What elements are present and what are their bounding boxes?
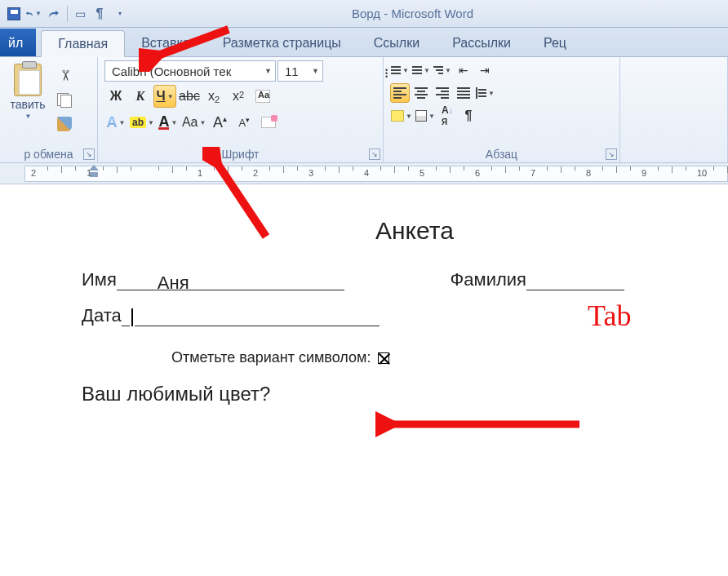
bold-button[interactable]: Ж (104, 85, 127, 108)
tab-mailings[interactable]: Рассылки (436, 29, 527, 56)
group-font: Calibri (Основной тек▼ 11▼ Ж К Ч▼ abc x2… (98, 57, 384, 162)
redo-button[interactable] (44, 5, 62, 23)
strike-button[interactable]: abc (178, 85, 201, 108)
ruler-number: 10 (697, 168, 707, 178)
increase-indent-icon: ⇥ (480, 64, 490, 77)
cut-button[interactable]: ✂ (54, 65, 75, 85)
annotation-tab-label: Tab (588, 299, 631, 333)
pilcrow-icon: ¶ (464, 109, 472, 123)
ruler-number: 6 (475, 168, 480, 178)
date-label: Дата (82, 305, 122, 326)
group-label-clipboard: р обмена (7, 146, 91, 161)
save-button[interactable] (5, 5, 23, 23)
superscript-icon: x2 (233, 89, 244, 104)
align-left-button[interactable] (390, 83, 410, 103)
tab-review[interactable]: Рец (527, 29, 583, 56)
subscript-icon: x2 (208, 89, 220, 104)
chevron-down-icon: ▼ (312, 67, 319, 75)
question-text: Ваш любимый цвет? (82, 383, 728, 405)
increase-indent-button[interactable]: ⇥ (475, 60, 495, 80)
font-name-combo[interactable]: Calibri (Основной тек▼ (104, 60, 276, 82)
change-case-dropdown[interactable]: Aa▼ (181, 111, 207, 134)
qat-unknown-button[interactable]: ▭ (71, 5, 89, 23)
highlight-button[interactable]: ab▼ (129, 111, 155, 134)
shrink-font-button[interactable]: A▾ (233, 111, 255, 134)
text-cursor (131, 308, 133, 326)
sort-button[interactable]: А↓Я (437, 106, 457, 126)
align-right-button[interactable] (433, 83, 452, 103)
save-icon (7, 7, 20, 20)
grow-font-button[interactable]: A▴ (208, 111, 231, 134)
text-effects-button[interactable]: A▼ (104, 111, 127, 134)
show-hide-button[interactable]: ¶ (459, 106, 478, 126)
align-left-icon (393, 87, 406, 99)
borders-icon (415, 110, 427, 122)
font-color-button[interactable]: A▼ (157, 111, 180, 134)
font-launcher[interactable]: ↘ (369, 148, 380, 160)
case-icon: Aa (255, 90, 270, 103)
document-area[interactable]: Анкета Имя Аня Фамилия Дата Отметьте вар… (0, 184, 728, 405)
chevron-down-icon: ▼ (25, 113, 32, 120)
annotation-arrow-tab-key (375, 408, 588, 441)
justify-button[interactable] (454, 83, 473, 103)
chevron-down-icon: ▼ (264, 67, 272, 75)
paste-button[interactable]: тавить ▼ (7, 60, 49, 146)
form-row-name: Имя Аня Фамилия (82, 269, 728, 290)
italic-button[interactable]: К (129, 85, 152, 108)
case-aa-icon: Aa (182, 115, 198, 130)
tab-home[interactable]: Главная (41, 30, 125, 57)
date-underline-before-caret (122, 308, 130, 326)
shading-button[interactable]: ▼ (390, 106, 413, 126)
subscript-button[interactable]: x2 (202, 85, 225, 108)
group-label-font: Шрифт (104, 146, 376, 161)
tab-insert[interactable]: Вставка (125, 29, 206, 56)
numbering-button[interactable]: ▼ (411, 60, 431, 80)
copy-button[interactable] (54, 90, 75, 109)
qat-customize-button[interactable]: ▾ (110, 5, 128, 23)
decrease-indent-button[interactable]: ⇤ (454, 60, 473, 80)
clipboard-launcher[interactable]: ↘ (83, 148, 95, 160)
align-center-icon (415, 87, 428, 99)
change-case-button[interactable]: Aa (251, 85, 274, 108)
ruler-number: 7 (530, 168, 535, 178)
underline-icon: Ч (156, 89, 165, 104)
align-center-button[interactable] (411, 83, 431, 103)
clear-format-button[interactable] (257, 111, 280, 134)
ruler-number: 2 (253, 168, 258, 178)
line-spacing-button[interactable]: ▼ (475, 83, 495, 103)
group-label-paragraph: Абзац (390, 146, 613, 161)
chevron-down-icon: ▼ (406, 113, 412, 120)
italic-icon: К (136, 89, 145, 104)
field-surname: Фамилия (451, 269, 624, 290)
grow-font-icon: A▴ (213, 114, 227, 131)
undo-button[interactable]: ▼ (24, 5, 42, 23)
window-title: Ворд - Microsoft Word (130, 7, 728, 20)
tab-page-layout[interactable]: Разметка страницы (206, 29, 357, 56)
clipboard-icon (14, 64, 42, 96)
bullets-button[interactable]: ▼ (390, 60, 410, 80)
group-styles-partial (620, 57, 728, 162)
highlight-icon: ab (130, 117, 146, 128)
underline-button[interactable]: Ч▼ (153, 85, 176, 108)
font-size-combo[interactable]: 11▼ (277, 60, 323, 82)
checkbox-x-icon (378, 352, 389, 364)
format-painter-button[interactable] (54, 114, 75, 134)
tab-file[interactable]: йл (0, 29, 36, 56)
superscript-button[interactable]: x2 (227, 85, 250, 108)
clear-format-icon (261, 117, 276, 128)
chevron-down-icon: ▼ (402, 67, 409, 74)
chevron-down-icon: ▼ (167, 93, 174, 100)
line-spacing-icon (476, 87, 486, 99)
chevron-down-icon: ▼ (119, 119, 126, 126)
borders-button[interactable]: ▼ (415, 106, 436, 126)
chevron-down-icon: ▼ (35, 10, 42, 17)
multilevel-button[interactable]: ▼ (433, 60, 452, 80)
date-underline-after-caret (135, 308, 380, 326)
ruler-number: 3 (309, 168, 313, 178)
copy-icon (57, 93, 72, 106)
tab-references[interactable]: Ссылки (357, 29, 436, 56)
show-marks-button[interactable]: ¶ (91, 5, 109, 23)
horizontal-ruler[interactable]: 211234567891011 (24, 166, 728, 182)
paragraph-launcher[interactable]: ↘ (606, 148, 617, 160)
ruler-number: 1 (198, 168, 202, 178)
